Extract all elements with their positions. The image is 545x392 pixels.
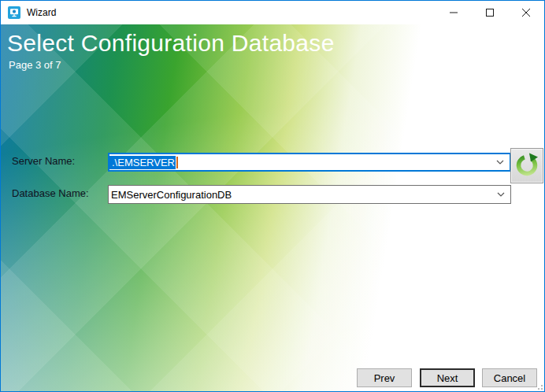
minimize-button[interactable] (436, 1, 472, 24)
app-wizard-icon (8, 6, 20, 19)
refresh-icon (514, 152, 539, 179)
text-caret (176, 157, 178, 168)
prev-button[interactable]: Prev (357, 368, 412, 387)
close-icon (522, 6, 530, 20)
minimize-icon (450, 6, 458, 20)
maximize-button[interactable] (472, 1, 508, 24)
window-title: Wizard (27, 7, 56, 18)
next-button[interactable]: Next (420, 368, 475, 387)
page-title: Select Configuration Database (7, 30, 335, 57)
database-name-label: Database Name: (12, 187, 89, 199)
refresh-servers-button[interactable] (510, 148, 543, 183)
database-name-value[interactable]: EMServerConfigurationDB (109, 189, 232, 201)
maximize-icon (486, 6, 494, 20)
server-name-value[interactable]: .\EMSERVER (109, 156, 176, 169)
wizard-window: Wizard Select Configuration Database Pag… (0, 0, 545, 392)
database-name-combobox[interactable]: EMServerConfigurationDB (108, 185, 511, 204)
server-name-combobox[interactable]: .\EMSERVER (108, 153, 511, 172)
close-button[interactable] (508, 1, 544, 24)
page-indicator: Page 3 of 7 (9, 59, 61, 71)
chevron-down-icon[interactable] (491, 154, 510, 170)
title-bar[interactable]: Wizard (1, 1, 544, 24)
chevron-down-icon[interactable] (491, 186, 510, 203)
cancel-button[interactable]: Cancel (482, 368, 537, 387)
resize-grip[interactable] (537, 384, 543, 390)
server-name-label: Server Name: (12, 155, 75, 167)
caption-buttons (436, 1, 544, 24)
wizard-page-body: Select Configuration Database Page 3 of … (1, 24, 544, 391)
